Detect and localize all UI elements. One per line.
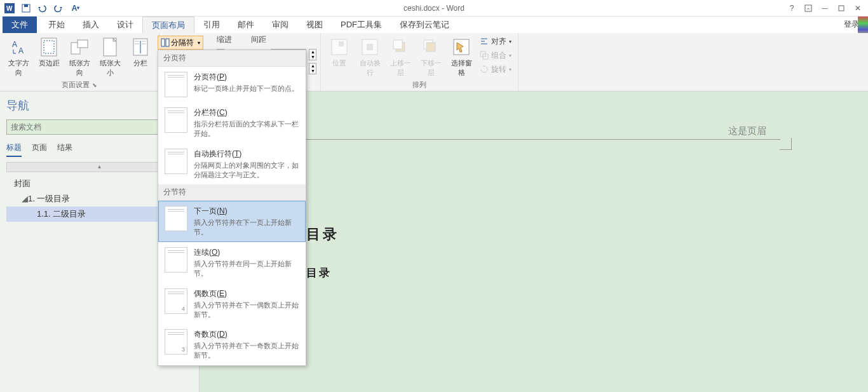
next-page-break-item[interactable]: 下一页(N)插入分节符并在下一页上开始新节。 [158, 201, 306, 242]
orientation-button[interactable]: 纸张方向 [65, 34, 94, 80]
titlebar: W A▾ ceshi.docx - Word ? ─ ✕ [0, 0, 868, 17]
ribbon-tabs: 文件 开始 插入 设计 页面布局 引用 邮件 审阅 视图 PDF工具集 保存到云… [0, 17, 868, 33]
size-button[interactable]: 纸张大小 [95, 34, 125, 80]
align-button[interactable]: 对齐▾ [477, 34, 514, 48]
tab-insert[interactable]: 插入 [74, 17, 108, 33]
group-page-setup: AA文字方向 页边距 纸张方向 纸张大小 分栏 页面设置⬊ [0, 33, 159, 91]
tab-view[interactable]: 视图 [297, 17, 332, 33]
page-header-frame: 这是页眉 [245, 131, 792, 150]
before-up[interactable]: ▲ [309, 50, 316, 55]
odd-page-break-item[interactable]: 3 奇数页(D)插入分节符并在下一奇数页上开始新节。 [158, 324, 306, 365]
svg-text:A: A [12, 40, 17, 49]
quick-access-toolbar: W A▾ [0, 1, 83, 15]
page-breaks-header: 分页符 [158, 50, 306, 67]
tab-design[interactable]: 设计 [108, 17, 142, 33]
tab-file[interactable]: 文件 [3, 17, 37, 33]
maximize-icon[interactable] [834, 1, 849, 15]
column-break-item[interactable]: 分栏符(C)指示分栏符后面的文字将从下一栏开始。 [158, 102, 306, 144]
wrap-button: 自动换行 [355, 34, 384, 80]
margins-button[interactable]: 页边距 [34, 34, 64, 80]
undo-icon[interactable] [36, 1, 50, 15]
breaks-icon [161, 38, 170, 47]
forward-label: 上移一层 [387, 58, 414, 78]
text-direction-label: 文字方向 [5, 58, 32, 78]
chevron-down-icon: ◢ [22, 194, 28, 203]
page-break-icon [165, 72, 187, 97]
svg-rect-33 [161, 39, 165, 46]
wrap-label: 自动换行 [356, 58, 383, 78]
rotate-button: 旋转▾ [477, 62, 514, 76]
svg-rect-34 [166, 39, 169, 46]
save-icon[interactable] [19, 1, 33, 15]
breaks-menu: 分页符 分页符(P)标记一页终止并开始下一页的点。 分栏符(C)指示分栏符后面的… [158, 50, 306, 366]
svg-rect-3 [24, 4, 28, 7]
document-title: ceshi.docx - Word [403, 4, 465, 13]
even-page-break-item[interactable]: 4 偶数页(E)插入分节符并在下一偶数页上开始新节。 [158, 283, 306, 325]
odd-page-break-icon: 3 [165, 329, 187, 355]
font-size-icon[interactable]: A▾ [69, 1, 83, 15]
even-page-break-icon: 4 [165, 288, 187, 314]
forward-button: 上移一层 [386, 34, 415, 80]
tab-cloud[interactable]: 保存到云笔记 [391, 17, 458, 33]
columns-button[interactable]: 分栏 [126, 34, 155, 80]
svg-rect-22 [367, 44, 373, 50]
size-label: 纸张大小 [97, 58, 123, 78]
word-icon[interactable]: W [3, 1, 17, 15]
tab-layout[interactable]: 页面布局 [142, 17, 194, 33]
tab-pdf[interactable]: PDF工具集 [332, 17, 391, 33]
next-page-break-icon [165, 206, 187, 231]
nav-tab-results[interactable]: 结果 [57, 142, 72, 157]
tab-mailings[interactable]: 邮件 [229, 17, 263, 33]
group-label: 组合 [491, 50, 506, 61]
svg-text:A: A [18, 46, 24, 55]
margins-label: 页边距 [39, 58, 60, 68]
spacing-header-label: 间距 [251, 34, 316, 45]
help-icon[interactable]: ? [784, 1, 799, 15]
after-up[interactable]: ▲ [309, 64, 316, 69]
orientation-label: 纸张方向 [66, 58, 93, 78]
svg-rect-11 [78, 40, 88, 48]
text-wrapping-break-icon [165, 149, 187, 174]
continuous-break-item[interactable]: 连续(O)插入分节符并在同一页上开始新节。 [158, 242, 306, 283]
breaks-label: 分隔符 [171, 37, 194, 48]
group-arrange: 位置 自动换行 上移一层 下移一层 选择窗格 对齐▾ 组合▾ 旋转▾ 排列 [321, 33, 519, 91]
page-header-text: 这是页眉 [728, 125, 766, 137]
align-label: 对齐 [491, 36, 506, 47]
indent-header-label: 缩进 [217, 34, 232, 45]
tab-review[interactable]: 审阅 [263, 17, 297, 33]
svg-rect-24 [393, 40, 402, 49]
main-area: 导航 标题 页面 结果 ▴ 封面 ◢1. 一级目录 1.1. 二级目录 这是页眉… [0, 91, 868, 392]
selection-pane-label: 选择窗格 [448, 58, 475, 78]
ribbon-options-icon[interactable] [801, 1, 816, 15]
section-breaks-header: 分节符 [158, 184, 306, 201]
selection-pane-button[interactable]: 选择窗格 [447, 34, 476, 80]
ribbon: AA文字方向 页边距 纸张方向 纸张大小 分栏 页面设置⬊ 缩进 ▲▼ ▲▼ 间… [0, 33, 868, 91]
svg-rect-20 [339, 41, 344, 46]
rotate-label: 旋转 [491, 64, 506, 75]
svg-rect-26 [426, 43, 435, 51]
minimize-icon[interactable]: ─ [817, 1, 832, 15]
tab-references[interactable]: 引用 [194, 17, 229, 33]
svg-rect-5 [839, 6, 844, 11]
text-wrapping-break-item[interactable]: 自动换行符(T)分隔网页上的对象周围的文字，如分隔题注文字与正文。 [158, 144, 306, 185]
before-down[interactable]: ▼ [309, 55, 316, 60]
nav-tab-pages[interactable]: 页面 [32, 142, 47, 157]
continuous-break-icon [165, 247, 187, 273]
close-icon[interactable]: ✕ [850, 1, 865, 15]
redo-icon[interactable] [52, 1, 66, 15]
breaks-button[interactable]: 分隔符▾ [158, 36, 203, 50]
tab-home[interactable]: 开始 [39, 17, 74, 33]
page-break-item[interactable]: 分页符(P)标记一页终止并开始下一页的点。 [158, 67, 306, 102]
svg-text:W: W [6, 5, 13, 12]
group-page-setup-label: 页面设置 [62, 80, 90, 90]
column-break-icon [165, 107, 187, 133]
page-setup-launcher-icon[interactable]: ⬊ [92, 82, 97, 88]
group-button: 组合▾ [477, 48, 514, 62]
backward-button: 下移一层 [416, 34, 445, 80]
text-direction-button[interactable]: AA文字方向 [4, 34, 33, 80]
backward-label: 下移一层 [417, 58, 444, 78]
after-down[interactable]: ▼ [309, 69, 316, 74]
position-button: 位置 [325, 34, 354, 80]
nav-tab-headings[interactable]: 标题 [6, 142, 22, 157]
group-arrange-label: 排列 [412, 80, 426, 90]
